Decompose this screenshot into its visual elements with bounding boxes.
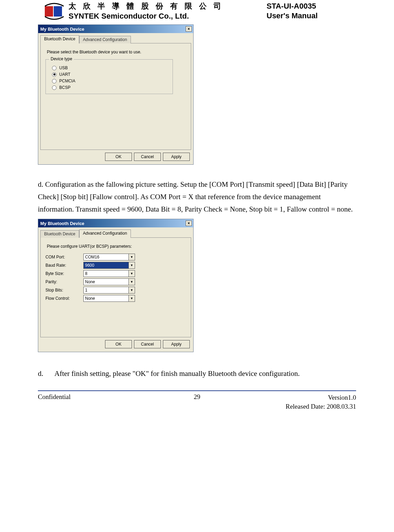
cancel-button[interactable]: Cancel (134, 153, 161, 161)
advanced-config-dialog: My Bluetooth Device × Bluetooth Device A… (38, 219, 194, 352)
byte-size-value: 8 (84, 270, 128, 277)
paragraph-d-text: After finish setting, please "OK" for fi… (54, 368, 300, 380)
company-name-en: SYNTEK Semiconductor Co., Ltd. (69, 11, 224, 21)
chevron-down-icon: ▼ (128, 270, 135, 277)
footer-version: Version1.0 (251, 393, 356, 402)
tab-advanced-config[interactable]: Advanced Configuration (79, 229, 131, 238)
radio-icon (52, 66, 56, 70)
doc-code: STA-UI-A0035 (267, 1, 356, 11)
parity-label: Parity: (45, 279, 83, 284)
com-port-label: COM Port: (45, 255, 83, 259)
radio-usb[interactable]: USB (52, 65, 166, 70)
baud-rate-select[interactable]: 9600 ▼ (83, 262, 135, 269)
chevron-down-icon: ▼ (128, 262, 135, 268)
dialog1-title: My Bluetooth Device (40, 27, 186, 32)
apply-button[interactable]: Apply (163, 340, 190, 348)
tab-bluetooth-device[interactable]: Bluetooth Device (40, 35, 79, 43)
com-port-select[interactable]: COM16 ▼ (83, 254, 135, 260)
dialog2-title: My Bluetooth Device (40, 221, 186, 226)
radio-uart-label: UART (59, 72, 70, 77)
tab-bluetooth-device[interactable]: Bluetooth Device (40, 230, 79, 238)
parity-value: None (84, 279, 128, 285)
ok-button[interactable]: OK (105, 153, 132, 161)
page-footer: Confidential 29 Version1.0 Released Date… (0, 393, 394, 411)
radio-checked-icon (52, 72, 56, 77)
stop-bits-value: 1 (84, 287, 128, 293)
tab-advanced-config[interactable]: Advanced Configuration (79, 36, 131, 43)
ok-button[interactable]: OK (105, 340, 132, 348)
flow-control-value: None (84, 295, 128, 301)
dialog1-titlebar: My Bluetooth Device × (38, 25, 193, 33)
doc-title: User's Manual (267, 11, 356, 21)
close-icon[interactable]: × (186, 26, 192, 32)
company-name-cn: 太 欣 半 導 體 股 份 有 限 公 司 (69, 1, 224, 11)
footer-released: Released Date: 2008.03.31 (251, 402, 356, 411)
chevron-down-icon: ▼ (128, 287, 135, 293)
parity-select[interactable]: None ▼ (83, 278, 135, 285)
close-icon[interactable]: × (186, 221, 192, 226)
stop-bits-select[interactable]: 1 ▼ (83, 287, 135, 294)
baud-rate-value: 9600 (84, 262, 128, 268)
radio-pcmcia-label: PCMCIA (59, 79, 75, 83)
paragraph-c: d. Configuration as the fallowing pictur… (38, 178, 356, 215)
flow-control-select[interactable]: None ▼ (83, 295, 135, 302)
company-block: 太 欣 半 導 體 股 份 有 限 公 司 SYNTEK Semiconduct… (45, 1, 267, 21)
stop-bits-label: Stop Bits: (45, 288, 83, 293)
byte-size-select[interactable]: 8 ▼ (83, 270, 135, 277)
group-legend: Device type (49, 57, 74, 61)
radio-uart[interactable]: UART (52, 72, 166, 77)
baud-rate-label: Baud Rate: (45, 263, 83, 268)
page-header: 太 欣 半 導 體 股 份 有 限 公 司 SYNTEK Semiconduct… (0, 0, 394, 24)
dialog2-titlebar: My Bluetooth Device × (38, 219, 193, 227)
bluetooth-device-dialog: My Bluetooth Device × Bluetooth Device A… (38, 24, 194, 165)
radio-bcsp-label: BCSP (59, 85, 71, 90)
chevron-down-icon: ▼ (128, 254, 135, 260)
dialog1-prompt: Please select the Bluetooth device you w… (47, 50, 186, 54)
svg-rect-1 (54, 6, 62, 17)
flow-control-label: Flow Control: (45, 296, 83, 301)
list-marker: d. (38, 368, 48, 380)
company-logo-icon (45, 3, 64, 20)
radio-usb-label: USB (59, 65, 68, 70)
footer-confidential: Confidential (38, 393, 143, 411)
dialog2-prompt: Please configure UART(or BCSP) parameter… (47, 244, 186, 249)
apply-button[interactable]: Apply (163, 153, 190, 161)
footer-page-number: 29 (143, 393, 251, 411)
radio-icon (52, 85, 56, 90)
device-type-group: Device type USB UART PCMCIA (45, 59, 173, 94)
byte-size-label: Byte Size: (45, 271, 83, 276)
radio-icon (52, 79, 56, 83)
radio-bcsp[interactable]: BCSP (52, 85, 166, 90)
com-port-value: COM16 (84, 254, 128, 260)
radio-pcmcia[interactable]: PCMCIA (52, 79, 166, 83)
footer-rule (38, 390, 356, 391)
chevron-down-icon: ▼ (128, 295, 135, 301)
chevron-down-icon: ▼ (128, 279, 135, 285)
cancel-button[interactable]: Cancel (134, 340, 161, 348)
svg-rect-0 (45, 6, 53, 17)
paragraph-d: d. After finish setting, please "OK" for… (38, 368, 356, 380)
